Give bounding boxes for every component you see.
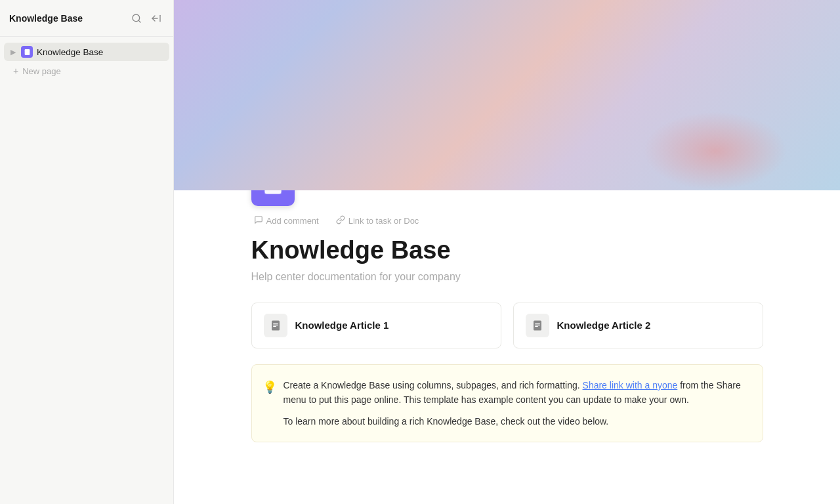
sidebar-title: Knowledge Base <box>9 13 83 24</box>
share-link[interactable]: Share link with a nyone <box>583 380 678 390</box>
sidebar-header-icons <box>129 10 164 26</box>
svg-line-1 <box>138 20 140 22</box>
document-icon <box>24 49 31 56</box>
article-icon-1 <box>270 320 282 331</box>
action-bar: Add comment Link to task or Doc <box>251 214 763 228</box>
collapse-sidebar-button[interactable] <box>148 10 164 26</box>
svg-rect-12 <box>264 190 281 194</box>
collapse-icon <box>151 13 161 24</box>
article-icon-2 <box>532 320 543 331</box>
card-title-2: Knowledge Article 2 <box>557 320 651 331</box>
sidebar-header: Knowledge Base <box>0 0 173 37</box>
knowledge-article-1-card[interactable]: Knowledge Article 1 <box>251 303 501 348</box>
sidebar-item-knowledge-base[interactable]: ▶ Knowledge Base <box>4 43 169 61</box>
page-title: Knowledge Base <box>251 237 763 264</box>
plus-icon: + <box>13 66 18 76</box>
sidebar: Knowledge Base ▶ Knowledge Base + <box>0 0 174 504</box>
lightbulb-icon: 💡 <box>262 378 277 397</box>
svg-rect-17 <box>534 320 541 330</box>
comment-icon <box>254 215 263 226</box>
info-box: 💡 Create a Knowledge Base using columns,… <box>251 364 763 442</box>
card-icon-1 <box>264 314 287 337</box>
card-title-1: Knowledge Article 1 <box>295 320 389 331</box>
hero-banner <box>174 0 840 190</box>
link-icon <box>336 215 345 226</box>
link-task-label: Link to task or Doc <box>348 216 419 226</box>
search-icon <box>131 13 142 24</box>
new-page-label: New page <box>22 66 61 76</box>
info-paragraph-2: To learn more about building a rich Know… <box>284 414 749 429</box>
page-subtitle: Help center documentation for your compa… <box>251 271 763 283</box>
info-text-pre: Create a Knowledge Base using columns, s… <box>284 380 583 390</box>
knowledge-article-2-card[interactable]: Knowledge Article 2 <box>513 303 763 348</box>
sidebar-item-label: Knowledge Base <box>37 47 103 57</box>
link-task-button[interactable]: Link to task or Doc <box>333 214 422 228</box>
svg-rect-13 <box>272 320 280 330</box>
info-paragraph-1: Create a Knowledge Base using columns, s… <box>284 378 749 408</box>
cards-row: Knowledge Article 1 Knowledge Article 2 <box>251 303 763 348</box>
new-page-button[interactable]: + New page <box>4 62 169 79</box>
add-comment-label: Add comment <box>266 216 319 226</box>
card-icon-2 <box>526 314 549 337</box>
sidebar-item-page-icon <box>21 46 33 58</box>
main-content: Add comment Link to task or Doc Knowledg… <box>174 0 840 504</box>
search-button[interactable] <box>129 10 144 26</box>
page-content: Add comment Link to task or Doc Knowledg… <box>225 190 789 469</box>
chevron-right-icon: ▶ <box>10 48 16 56</box>
add-comment-button[interactable]: Add comment <box>251 214 322 228</box>
sidebar-navigation: ▶ Knowledge Base + New page <box>0 37 173 86</box>
